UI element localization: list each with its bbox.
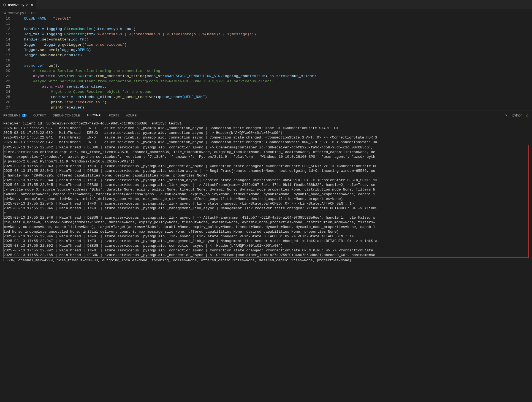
- log-line: ed=None, incomplete_unsettled=None, init…: [4, 197, 528, 201]
- log-line: 2025-03-13 17:55:22,042 | MainThread | I…: [3, 140, 529, 145]
- log-line: 2025-03-13 17:55:22,045 | MainThread | D…: [4, 183, 528, 187]
- line-number: 15: [0, 42, 15, 47]
- code-content: handler = logging.StreamHandler(stream=s…: [15, 26, 136, 32]
- code-line[interactable]: 15 logger = logging.getLogger('azure.ser…: [0, 42, 532, 47]
- line-number: 12: [0, 26, 15, 32]
- code-content: async with ServiceBusClient.from_connect…: [15, 74, 316, 79]
- line-number: 22: [0, 79, 15, 84]
- log-line: 2025-03-13 17:55:22,039 | MainThread | D…: [3, 131, 529, 135]
- code-content: log_fmt = logging.Formatter(fmt="%(ascti…: [15, 32, 256, 37]
- line-number: 14: [0, 37, 15, 42]
- code-content: handler.setFormatter(log_fmt): [15, 37, 89, 42]
- panel-tab-output[interactable]: OUTPUT: [33, 112, 46, 119]
- code-editor[interactable]: 10 QUEUE_NAME = "test01"1112 handler = l…: [0, 16, 532, 110]
- code-line[interactable]: 24 # get the Queue Receiver object for t…: [0, 89, 532, 94]
- breadcrumb-symbol: run: [31, 11, 37, 15]
- tab-label: receive.py: [8, 3, 24, 7]
- terminal-shell-label[interactable]: python: [512, 113, 522, 117]
- line-number: 13: [0, 32, 15, 37]
- panel-tab-debug-console[interactable]: DEBUG CONSOLE: [53, 112, 80, 119]
- line-number: 19: [0, 63, 15, 68]
- log-line: me=None, outcomes=None, capabilities=Non…: [4, 225, 528, 229]
- code-line[interactable]: 17 logger.addHandler(handler): [0, 53, 532, 58]
- panel-tab-azure[interactable]: AZURE: [126, 112, 137, 119]
- log-line: 2025-03-13 17:55:22,046 | MainThread | I…: [4, 206, 528, 211]
- panel-tab-problems[interactable]: PROBLEMS2: [3, 112, 27, 119]
- panel-tabs: PROBLEMS2OUTPUTDEBUG CONSOLETERMINALPORT…: [0, 110, 532, 120]
- code-line[interactable]: 23 async with servicebus_client:: [0, 84, 532, 89]
- breadcrumb-file: receive.py: [8, 11, 24, 15]
- code-line[interactable]: 21 async with ServiceBusClient.from_conn…: [0, 74, 532, 79]
- log-line: elete.servicebus.chinacloudapi.cn', max_…: [4, 150, 528, 154]
- line-number: 11: [0, 21, 15, 26]
- editor-tab-receive[interactable]: ⚙ receive.py 2 ✕: [0, 0, 36, 10]
- python-file-icon: ⚙: [3, 3, 6, 7]
- code-line[interactable]: 16 logger.setLevel(logging.DEBUG): [0, 47, 532, 53]
- terminal-output[interactable]: Receiver client id: SBReceiver-4cbfb923-…: [0, 120, 532, 402]
- log-line: led=None, incomplete_unsettled=None, ini…: [4, 229, 528, 234]
- line-number: 10: [0, 16, 15, 21]
- code-line[interactable]: 12 handler = logging.StreamHandler(strea…: [0, 26, 532, 32]
- log-line: 2025-03-13 17:55:22,155 | MainThread | D…: [4, 253, 528, 257]
- code-content: async with servicebus_client:: [15, 84, 107, 89]
- log-line: 2025-03-13 17:55:22,043 | MainThread | D…: [4, 169, 528, 173]
- code-line[interactable]: 26 print("the receiver is "): [0, 100, 532, 105]
- log-line: , handle_max=4294967295, offered_capabil…: [4, 173, 528, 178]
- badge: 2: [22, 114, 27, 117]
- bottom-panel: PROBLEMS2OUTPUTDEBUG CONSOLETERMINALPORT…: [0, 110, 532, 402]
- code-line[interactable]: 25 receiver = servicebus_client.get_queu…: [0, 94, 532, 100]
- code-line[interactable]: 20 # create a Service Bus client using t…: [0, 68, 532, 74]
- log-line: 2025-03-13 17:55:22,092 | MainThread | I…: [4, 248, 528, 253]
- close-icon[interactable]: ✕: [30, 3, 34, 7]
- line-number: 24: [0, 89, 15, 94]
- log-line: rcv_settle_mode=0, source=Source(address…: [4, 220, 528, 225]
- tab-dirty-indicator: 2: [26, 3, 28, 7]
- code-line[interactable]: 18: [0, 58, 532, 63]
- line-number: 16: [0, 47, 15, 53]
- panel-tab-ports[interactable]: PORTS: [109, 112, 120, 119]
- panel-tab-terminal[interactable]: TERMINAL: [86, 111, 102, 119]
- log-line: 0 pyamqp/2.0.0a1 Python/3.11.9 (Windows-…: [4, 159, 528, 164]
- code-line[interactable]: 27 print(receiver): [0, 105, 532, 110]
- code-line[interactable]: 11: [0, 21, 532, 26]
- line-number: 23: [0, 84, 15, 89]
- code-line[interactable]: 10 QUEUE_NAME = "test01": [0, 16, 532, 21]
- code-content: # create a Service Bus client using the …: [15, 68, 160, 74]
- code-content: print("the receiver is "): [15, 100, 107, 105]
- log-line: 2025-03-13 17:55:22,044 | MainThread | I…: [4, 178, 528, 183]
- code-content: logger.setLevel(logging.DEBUG): [15, 47, 91, 53]
- log-line: 2025-03-13 17:55:22,045 | MainThread | I…: [4, 201, 528, 206]
- code-content: #async with ServiceBusClient.from_connec…: [15, 79, 274, 84]
- log-line: >: [4, 211, 528, 215]
- symbol-method-icon: ⬡: [28, 11, 30, 15]
- chevron-right-icon: ›: [25, 11, 26, 15]
- log-line: 2025-03-13 17:55:22,046 | MainThread | D…: [4, 215, 528, 220]
- line-number: 21: [0, 74, 15, 79]
- log-line: 2025-03-13 17:55:22,041 | MainThread | I…: [3, 135, 529, 140]
- code-content: # get the Queue Receiver object for the …: [15, 89, 151, 94]
- log-line: 2025-03-13 17:55:22,046 | MainThread | I…: [4, 234, 528, 239]
- log-line: Receiver client id: SBReceiver-4cbfb923-…: [3, 121, 529, 126]
- code-content: QUEUE_NAME = "test01": [15, 16, 71, 21]
- code-line[interactable]: 19 async def run():: [0, 63, 532, 68]
- python-file-icon: ⚙: [3, 11, 7, 15]
- line-number: 20: [0, 68, 15, 74]
- editor-tabs-bar: ⚙ receive.py 2 ✕: [0, 0, 532, 10]
- log-line: None, properties={'product': 'azsdk-pyth…: [4, 154, 528, 159]
- log-line: 2025-03-13 17:55:22,042 | MainThread | D…: [4, 145, 528, 150]
- log-line: 2025-03-13 17:55:22,047 | MainThread | I…: [4, 239, 528, 243]
- code-line[interactable]: 13 log_fmt = logging.Formatter(fmt="%(as…: [0, 32, 532, 37]
- line-number: 25: [0, 94, 15, 100]
- log-line: cv_settle_mode=0, source=Source(address=…: [4, 187, 528, 192]
- code-line[interactable]: 14 handler.setFormatter(log_fmt): [0, 37, 532, 42]
- line-number: 18: [0, 58, 15, 63]
- breadcrumb[interactable]: ⚙ receive.py › ⬡ run: [0, 10, 532, 16]
- code-line[interactable]: 22 #async with ServiceBusClient.from_con…: [0, 79, 532, 84]
- line-number: 26: [0, 100, 15, 105]
- terminal-icon[interactable]: >_: [505, 113, 509, 117]
- log-line: 2025-03-13 17:55:22,043 | MainThread | I…: [4, 164, 528, 169]
- terminal-actions: >_ python ⚠: [505, 113, 529, 117]
- warning-icon[interactable]: ⚠: [526, 113, 529, 117]
- log-line: e=None, outcomes=None, capabilities=None…: [4, 192, 528, 197]
- line-number: 27: [0, 105, 15, 110]
